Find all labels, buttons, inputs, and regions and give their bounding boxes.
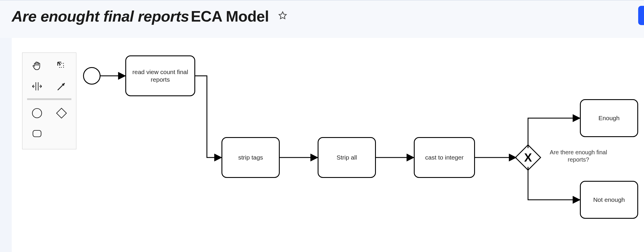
task-strip-all[interactable]: Strip all [318, 137, 376, 178]
task-label: Enough [599, 114, 620, 122]
task-label: Not enough [593, 196, 625, 204]
hand-tool[interactable] [27, 57, 47, 75]
start-event[interactable] [83, 67, 101, 85]
task-enough[interactable]: Enough [580, 99, 638, 137]
x-icon: X [519, 148, 537, 167]
task-tool[interactable] [27, 125, 47, 142]
gateway-label: Are there enough final reports? [545, 149, 612, 163]
space-icon [31, 80, 43, 92]
star-icon [278, 11, 287, 20]
bpmn-canvas[interactable]: read view count final reports strip tags… [12, 38, 644, 252]
svg-rect-7 [33, 130, 41, 137]
diamond-icon [55, 107, 68, 119]
task-read-view-count[interactable]: read view count final reports [125, 55, 195, 96]
palette-separator [27, 98, 71, 100]
space-tool[interactable] [27, 78, 47, 95]
rounded-rect-icon [31, 127, 43, 140]
start-event-tool[interactable] [27, 104, 47, 122]
task-label: Strip all [337, 154, 357, 161]
gateway-enough[interactable]: X [519, 148, 537, 167]
gateway-tool[interactable] [51, 104, 72, 122]
arrow-icon [55, 80, 68, 92]
task-strip-tags[interactable]: strip tags [221, 137, 280, 178]
save-button[interactable] [638, 6, 644, 25]
task-label: cast to integer [425, 154, 464, 161]
lasso-icon [55, 60, 68, 72]
task-label: read view count final reports [129, 68, 191, 84]
hand-icon [31, 60, 43, 72]
task-not-enough[interactable]: Not enough [580, 181, 638, 219]
task-cast-to-integer[interactable]: cast to integer [414, 137, 475, 178]
page-title: Are enought final reportsECA Model [12, 8, 288, 25]
title-italic: Are enought final reports [12, 8, 189, 25]
task-label: strip tags [238, 154, 263, 161]
circle-icon [31, 107, 43, 119]
tool-palette [22, 52, 76, 149]
lasso-tool[interactable] [51, 57, 72, 75]
svg-point-5 [32, 108, 42, 118]
svg-rect-6 [57, 108, 66, 118]
favorite-button[interactable] [277, 10, 288, 21]
title-suffix: ECA Model [191, 8, 269, 25]
connect-tool[interactable] [51, 78, 72, 95]
svg-marker-0 [279, 12, 286, 19]
header: Are enought final reportsECA Model [0, 0, 644, 38]
